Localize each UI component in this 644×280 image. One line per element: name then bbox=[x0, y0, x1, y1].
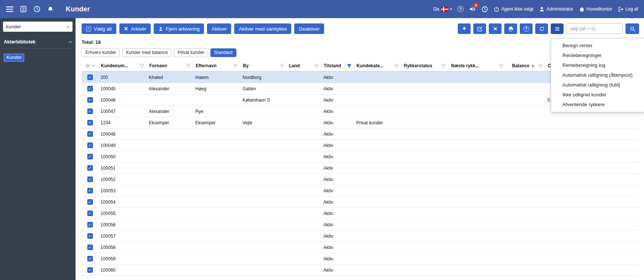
column-header-naeste_rykker[interactable]: Næste rykk... bbox=[448, 60, 506, 71]
row-checkbox[interactable]: ✓ bbox=[82, 219, 98, 230]
column-header-kundekategori[interactable]: Kundekate... bbox=[354, 60, 401, 71]
search-button[interactable] bbox=[625, 23, 639, 34]
row-checkbox[interactable]: ✓ bbox=[82, 151, 98, 162]
column-header-tilstand[interactable]: Tilstand bbox=[321, 60, 354, 71]
menu-item-automatisk-udligning-åbenpost[interactable]: Automatisk udligning (åbenpost) bbox=[551, 70, 644, 80]
table-row[interactable]: ✓100051Aktiv bbox=[82, 162, 639, 174]
row-checkbox[interactable]: ✓ bbox=[82, 253, 98, 264]
column-header-kundenummer[interactable]: Kundenum... bbox=[98, 60, 147, 71]
remove-button[interactable]: ✕ bbox=[489, 23, 502, 34]
filter-icon-land[interactable] bbox=[314, 63, 319, 68]
row-checkbox[interactable]: ✓ bbox=[82, 128, 98, 139]
action-button-arkiv-r[interactable]: ✕Arkivér bbox=[119, 23, 151, 34]
row-checkbox[interactable]: ✓ bbox=[82, 174, 98, 185]
table-row[interactable]: ✓100055Aktiv bbox=[82, 208, 639, 219]
menu-item-renteberegning-log[interactable]: Renteberegning log bbox=[551, 60, 644, 70]
sort-icon[interactable]: ▲▼ bbox=[532, 64, 534, 68]
clock-icon[interactable] bbox=[482, 6, 488, 12]
table-row[interactable]: ✓100048Aktiv bbox=[82, 128, 639, 140]
filter-icon-kundenummer[interactable] bbox=[139, 63, 144, 68]
row-checkbox[interactable]: ✓ bbox=[82, 72, 98, 83]
table-row[interactable]: ✓100052Aktiv bbox=[82, 174, 639, 185]
column-header-land[interactable]: Land bbox=[286, 60, 321, 71]
select-all-header[interactable]: ▾ bbox=[82, 60, 98, 71]
action-button-fjern-arkivering[interactable]: Fjern arkivering bbox=[154, 23, 204, 34]
table-row[interactable]: ✓100054Aktiv bbox=[82, 196, 639, 208]
office-menu[interactable]: Hovedkontor bbox=[579, 6, 612, 12]
column-header-fornavn[interactable]: Fornavn bbox=[147, 60, 193, 71]
action-button-vælg-alt[interactable]: ✓Vælg alt bbox=[82, 23, 116, 34]
row-checkbox[interactable]: ✓ bbox=[82, 162, 98, 173]
refresh-button[interactable] bbox=[535, 23, 548, 34]
cell-tilstand: Aktiv bbox=[321, 208, 354, 219]
filter-icon-by[interactable] bbox=[279, 63, 284, 68]
filter-icon-balance[interactable] bbox=[538, 63, 543, 68]
table-row[interactable]: ✓100049Aktiv bbox=[82, 140, 639, 151]
row-checkbox[interactable]: ✓ bbox=[82, 83, 98, 94]
table-row[interactable]: ✓100059Aktiv bbox=[82, 253, 639, 265]
column-header-rykkerstatus[interactable]: Rykkerstatus bbox=[401, 60, 448, 71]
sound-icon[interactable]: 0 bbox=[469, 6, 476, 12]
row-checkbox[interactable]: ✓ bbox=[82, 230, 98, 241]
filter-chip-kunder-med-balance[interactable]: Kunder med balance bbox=[122, 48, 171, 57]
clear-search-icon[interactable]: ✕ bbox=[66, 24, 70, 29]
table-row[interactable]: ✓100053Aktiv bbox=[82, 185, 639, 196]
row-checkbox[interactable]: ✓ bbox=[82, 94, 98, 105]
table-row[interactable]: ✓100058Aktiv bbox=[82, 242, 639, 253]
history-clock-icon[interactable] bbox=[34, 6, 40, 12]
menu-item-beregn-renter[interactable]: Beregn renter bbox=[551, 41, 644, 51]
row-checkbox[interactable]: ✓ bbox=[82, 185, 98, 196]
table-search-input[interactable] bbox=[566, 23, 623, 34]
sidebar-item-kunder[interactable]: Kunder bbox=[4, 54, 24, 62]
user-menu[interactable]: Administrator bbox=[539, 6, 573, 12]
filter-icon-efternavn[interactable] bbox=[233, 63, 238, 68]
action-button-deaktiver[interactable]: Deaktiver bbox=[294, 23, 324, 34]
row-checkbox[interactable]: ✓ bbox=[82, 208, 98, 219]
menu-item-automatisk-udligning-fuld[interactable]: Automatisk udligning (fuld) bbox=[551, 80, 644, 90]
bell-icon[interactable] bbox=[47, 6, 54, 12]
table-row[interactable]: ✓100056Aktiv bbox=[82, 219, 639, 230]
table-row[interactable]: ✓1234EksempelEksempelVejleAktivPrivat ku… bbox=[82, 117, 639, 128]
sidebar-search-input[interactable] bbox=[3, 22, 73, 32]
checkbox-checked-icon: ✓ bbox=[87, 188, 93, 193]
help-icon[interactable]: ? bbox=[457, 6, 463, 12]
filter-chip-privat-kunder[interactable]: Privat kunder bbox=[174, 48, 208, 57]
filter-chip-erhvers-kunder[interactable]: Erhvers kunder bbox=[82, 48, 120, 57]
agent-selector[interactable]: Agent ikke valgt bbox=[494, 6, 533, 12]
table-row[interactable]: ✓100050Aktiv bbox=[82, 151, 639, 162]
journal-icon[interactable] bbox=[20, 6, 27, 12]
menu-item-ikke-udlignet-kunder[interactable]: Ikke udlignet kunder bbox=[551, 90, 644, 100]
table-row[interactable]: ✓100060Aktiv bbox=[82, 265, 639, 276]
action-button-aktiver[interactable]: Aktiver bbox=[207, 23, 231, 34]
menu-item-afventende-rykkere[interactable]: Afventende rykkere bbox=[551, 100, 644, 110]
row-checkbox[interactable]: ✓ bbox=[82, 196, 98, 207]
filter-icon-rykkerstatus[interactable] bbox=[441, 63, 446, 68]
table-row[interactable]: ✓100057Aktiv bbox=[82, 230, 639, 242]
filter-chip-standard[interactable]: Standard bbox=[210, 48, 236, 57]
hamburger-menu-icon[interactable] bbox=[6, 6, 13, 12]
row-checkbox[interactable]: ✓ bbox=[82, 242, 98, 253]
filter-icon-fornavn[interactable] bbox=[186, 63, 191, 68]
filter-icon-kundekategori[interactable] bbox=[394, 63, 399, 68]
row-checkbox[interactable]: ✓ bbox=[82, 140, 98, 151]
filter-icon-naeste_rykker[interactable] bbox=[499, 63, 503, 68]
sidebar-section-header[interactable]: Aktørbibliotek bbox=[3, 39, 73, 49]
edit-button[interactable] bbox=[473, 23, 486, 34]
column-header-balance[interactable]: Balance▲▼ bbox=[506, 60, 545, 71]
language-selector[interactable]: Da ▾ bbox=[433, 6, 452, 12]
row-checkbox[interactable]: ✓ bbox=[82, 265, 98, 275]
menu-button[interactable] bbox=[551, 23, 564, 34]
column-header-efternavn[interactable]: Efternavn bbox=[193, 60, 240, 71]
info-button[interactable]: ? bbox=[520, 23, 533, 34]
print-button[interactable] bbox=[504, 23, 517, 34]
add-button[interactable]: + bbox=[458, 23, 471, 34]
row-checkbox[interactable]: ✓ bbox=[82, 117, 98, 128]
action-button-label: Arkivér bbox=[131, 26, 146, 32]
menu-item-renteberegninger[interactable]: Renteberegninger bbox=[551, 51, 644, 60]
column-header-by[interactable]: By bbox=[240, 60, 286, 71]
filter-icon-tilstand[interactable] bbox=[347, 63, 352, 68]
cell-fornavn bbox=[147, 162, 193, 173]
row-checkbox[interactable]: ✓ bbox=[82, 106, 98, 117]
logout-button[interactable]: Log af bbox=[618, 6, 638, 12]
action-button-aktiver-med-samtykke[interactable]: Aktiver med samtykke bbox=[234, 23, 291, 34]
